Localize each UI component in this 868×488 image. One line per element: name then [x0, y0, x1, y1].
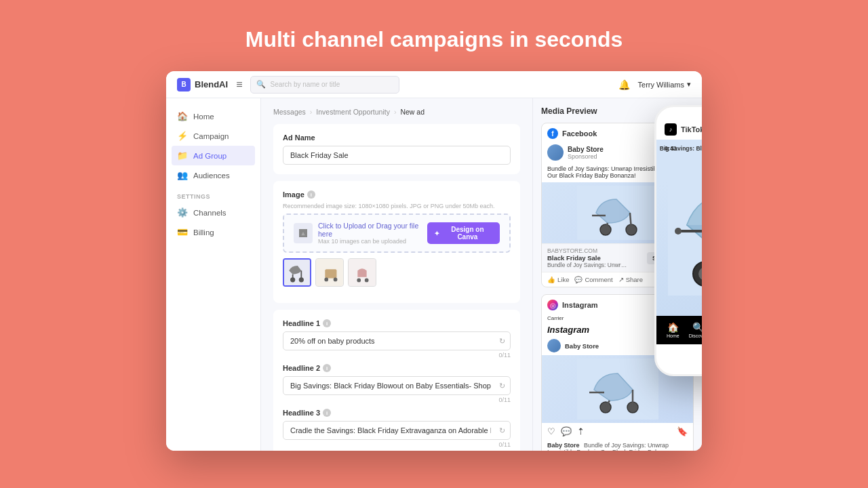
headline1-row: Headline 1 i ↻ 0/11 [283, 319, 511, 359]
svg-point-13 [600, 224, 611, 235]
tt-nav-discover[interactable]: 🔍 Discover [689, 322, 702, 338]
ig-store-name: Baby Store [565, 342, 599, 350]
page-title: Multi channel campaigns in seconds [245, 27, 623, 52]
tiktok-phone-mockup: ♪ TikTok Skip ads 0:41 Big Savings: Blac… [654, 105, 702, 376]
tt-nav-home[interactable]: 🏠 Home [667, 322, 679, 338]
upload-subtext: Max 10 images can be uploaded [318, 238, 427, 245]
headline2-char-count: 0/11 [283, 396, 511, 403]
headline3-info-icon: i [323, 409, 331, 417]
fb-like-button[interactable]: 👍 Like [547, 276, 569, 283]
billing-icon: 💳 [177, 227, 188, 237]
sidebar: 🏠 Home ⚡ Campaign 📁 Ad Group 👥 Audiences… [166, 98, 261, 451]
ig-actions: ♡ 💬 ⇡ 🔖 [542, 423, 693, 440]
search-bar[interactable]: 🔍 Search by name or title [250, 76, 399, 94]
search-icon: 🔍 [256, 80, 266, 89]
image-info-icon: i [307, 190, 315, 199]
headline1-refresh-icon[interactable]: ↻ [499, 337, 505, 346]
svg-rect-6 [325, 269, 336, 278]
svg-point-8 [334, 278, 338, 282]
image-thumb-1[interactable] [283, 258, 311, 287]
tiktok-video-area: 0:41 Big Savings: Black Friday on Baby E… [656, 140, 702, 316]
sidebar-item-channels[interactable]: ⚙️ Channels [166, 203, 260, 222]
sidebar-nav: 🏠 Home ⚡ Campaign 📁 Ad Group 👥 Audiences [166, 106, 260, 185]
fb-ad-title: Black Friday Sale [547, 254, 629, 262]
headline2-info-icon: i [323, 364, 331, 372]
sidebar-item-audiences[interactable]: 👥 Audiences [166, 165, 260, 185]
channels-icon: ⚙️ [177, 207, 188, 218]
audiences-icon: 👥 [177, 170, 188, 180]
headline2-input-wrap: ↻ [283, 376, 511, 395]
app-logo: B BlendAI [177, 78, 228, 92]
ad-name-input[interactable] [283, 146, 511, 165]
headline1-input-wrap: ↻ [283, 331, 511, 350]
headline2-row: Headline 2 i ↻ 0/11 [283, 364, 511, 403]
sidebar-item-home[interactable]: 🏠 Home [166, 106, 260, 126]
adgroup-icon: 📁 [177, 150, 188, 161]
home-icon: 🏠 [177, 111, 188, 121]
headline3-refresh-icon[interactable]: ↻ [499, 426, 505, 435]
upload-left: Click to Upload or Drag your file here M… [294, 222, 427, 245]
sidebar-item-billing[interactable]: 💳 Billing [166, 222, 260, 242]
tiktok-logo-icon: ♪ [665, 123, 677, 136]
fb-comment-icon: 💬 [574, 276, 583, 283]
image-section: Image i Recommended image size: 1080×108… [273, 181, 520, 303]
headline1-input[interactable] [283, 331, 511, 350]
fb-avatar [547, 144, 564, 161]
headline1-label: Headline 1 i [283, 319, 511, 327]
image-hint: Recommended image size: 1080×1080 pixels… [283, 203, 511, 209]
ig-share-icon[interactable]: ⇡ [577, 426, 585, 436]
user-menu[interactable]: Terry Williams ▾ [638, 80, 691, 89]
image-upload-area[interactable]: Click to Upload or Drag your file here M… [283, 214, 511, 253]
image-label: Image i [283, 190, 511, 199]
svg-point-32 [675, 228, 682, 235]
headline1-char-count: 0/11 [283, 352, 511, 359]
settings-section-label: SETTINGS [166, 185, 260, 203]
fb-comment-button[interactable]: 💬 Comment [574, 276, 612, 283]
topbar: B BlendAI ≡ 🔍 Search by name or title 🔔 … [166, 71, 702, 98]
svg-point-11 [365, 279, 369, 283]
canva-design-button[interactable]: ✦ Design on Canva [427, 222, 500, 244]
topbar-right: 🔔 Terry Williams ▾ [618, 79, 691, 90]
headlines-section: Headline 1 i ↻ 0/11 Headline 2 i [273, 310, 520, 451]
tiktok-bottom-nav: 🏠 Home 🔍 Discover + 💬 Inbox 👤 Me [656, 316, 702, 344]
main-layout: 🏠 Home ⚡ Campaign 📁 Ad Group 👥 Audiences… [166, 98, 702, 451]
headline1-info-icon: i [323, 319, 331, 327]
headline2-refresh-icon[interactable]: ↻ [499, 382, 505, 390]
fb-share-button[interactable]: ↗ Share [618, 276, 643, 283]
svg-point-10 [357, 279, 361, 283]
tiktok-label: TikTok [681, 125, 702, 134]
svg-point-19 [600, 402, 611, 413]
ig-like-icon[interactable]: ♡ [547, 426, 555, 436]
ad-name-label: Ad Name [283, 134, 511, 142]
app-window: B BlendAI ≡ 🔍 Search by name or title 🔔 … [166, 71, 702, 451]
ig-caption: Baby Store Bundle of Joy Savings: Unwrap… [542, 440, 693, 451]
notification-bell-icon[interactable]: 🔔 [618, 79, 630, 90]
fb-site-name: BABYSTORE.COM [547, 247, 629, 254]
campaign-icon: ⚡ [177, 131, 188, 141]
headline3-input[interactable] [283, 421, 511, 440]
svg-point-7 [324, 278, 328, 282]
ig-label: Instagram [562, 301, 598, 309]
headline2-label: Headline 2 i [283, 364, 511, 372]
hamburger-icon[interactable]: ≡ [236, 79, 242, 91]
ig-comment-icon[interactable]: 💬 [561, 426, 572, 436]
image-thumb-3[interactable] [348, 258, 376, 287]
logo-icon: B [177, 78, 191, 92]
instagram-icon: ◎ [547, 300, 558, 310]
headline2-input[interactable] [283, 376, 511, 395]
fb-label: Facebook [562, 129, 597, 138]
tt-caption: Big Savings: Black Friday on Baby Essent… [656, 145, 702, 152]
image-thumb-2[interactable] [315, 258, 344, 287]
ad-name-section: Ad Name [273, 124, 520, 174]
sidebar-item-campaign[interactable]: ⚡ Campaign [166, 126, 260, 146]
image-thumbs [283, 258, 511, 287]
headline3-row: Headline 3 i ↻ 0/11 [283, 409, 511, 448]
ig-bookmark-icon[interactable]: 🔖 [677, 426, 688, 436]
headline3-input-wrap: ↻ [283, 421, 511, 440]
upload-thumb-icon [294, 223, 313, 243]
tiktok-header: ♪ TikTok Skip ads [656, 119, 702, 140]
content-area: Messages › Investment Opportunity › New … [261, 98, 532, 451]
settings-nav: ⚙️ Channels 💳 Billing [166, 203, 260, 242]
headline3-label: Headline 3 i [283, 409, 511, 417]
sidebar-item-adgroup[interactable]: 📁 Ad Group [172, 146, 255, 165]
